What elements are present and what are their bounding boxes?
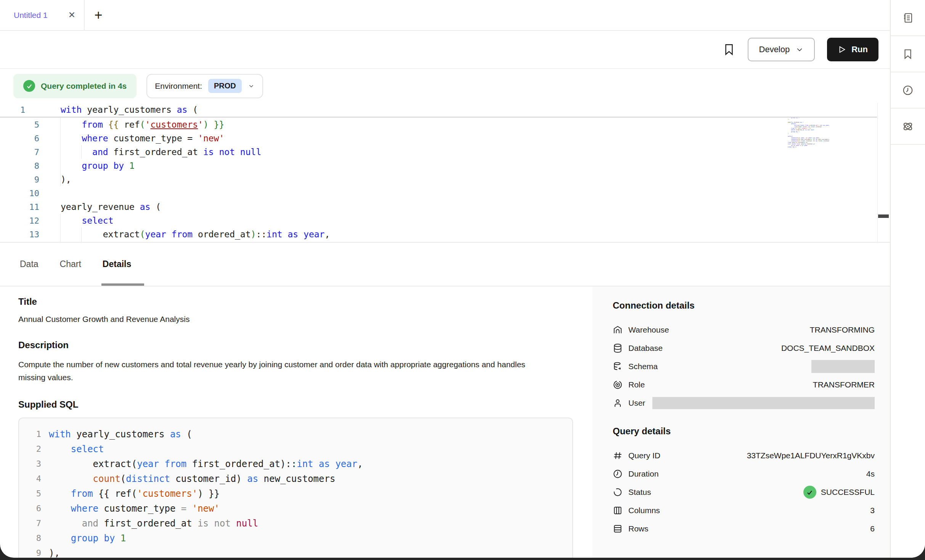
query-details-heading: Query details — [613, 426, 875, 437]
title-value: Annual Customer Growth and Revenue Analy… — [18, 315, 573, 324]
tab-title: Untitled 1 — [14, 11, 48, 20]
columns-label: Columns — [628, 506, 660, 515]
columns-row: Columns 3 — [613, 501, 875, 520]
results-tab-bar: Data Chart Details — [0, 242, 890, 286]
query-id-value: 33TZseWpe1ALFDUYerxR1gVKxbv — [747, 451, 875, 460]
database-value: DOCS_TEAM_SANDBOX — [781, 344, 875, 353]
rows-row: Rows 6 — [613, 520, 875, 538]
warehouse-row: Warehouse TRANSFORMING — [613, 321, 875, 339]
editor-scrollbar-thumb[interactable] — [878, 214, 889, 218]
status-value: SUCCESSFUL — [821, 488, 875, 497]
tab-chart[interactable]: Chart — [60, 259, 81, 269]
user-icon — [613, 398, 623, 408]
environment-label: Environment: — [155, 82, 202, 91]
warehouse-icon — [613, 325, 623, 335]
query-completed-badge: Query completed in 4s — [13, 74, 137, 98]
status-row-detail: Status SUCCESSFUL — [613, 483, 875, 501]
editor-sticky-line: 1with yearly_customers as ( — [0, 103, 877, 118]
database-label: Database — [628, 344, 663, 353]
close-tab-icon[interactable]: ✕ — [68, 10, 75, 20]
user-row: User — [613, 394, 875, 412]
schema-value-redacted — [811, 360, 875, 373]
spinner-icon — [613, 487, 623, 497]
run-label: Run — [851, 45, 868, 54]
connection-query-panel: Connection details Warehouse TRANSFORMIN… — [592, 286, 890, 558]
bookmark-button[interactable] — [723, 43, 736, 56]
app-window: Untitled 1 ✕ + Develop Run — [0, 0, 925, 558]
status-row: Query completed in 4s Environment: PROD — [0, 69, 890, 103]
status-value-wrap: SUCCESSFUL — [803, 486, 875, 499]
environment-value-chip: PROD — [208, 79, 242, 93]
clock-icon — [613, 469, 623, 479]
ai-sparkle-icon — [902, 120, 914, 133]
notebook-panel-button[interactable] — [891, 0, 925, 36]
success-check-icon — [23, 80, 35, 92]
schema-icon — [613, 362, 623, 371]
develop-dropdown[interactable]: Develop — [748, 38, 815, 61]
details-panel: Title Annual Customer Growth and Revenue… — [18, 296, 573, 558]
role-row: Role TRANSFORMER — [613, 376, 875, 394]
editor-tab-bar: Untitled 1 ✕ + — [0, 0, 890, 31]
database-icon — [613, 343, 623, 353]
editor-scrollbar-track — [877, 103, 878, 242]
role-icon — [613, 380, 623, 390]
role-label: Role — [628, 380, 645, 389]
schema-row: Schema — [613, 357, 875, 376]
run-button[interactable]: Run — [827, 38, 878, 61]
tab-untitled-1[interactable]: Untitled 1 ✕ — [0, 0, 85, 30]
clock-icon — [902, 85, 914, 96]
user-label: User — [628, 398, 645, 408]
environment-selector[interactable]: Environment: PROD — [146, 74, 263, 98]
hash-icon — [613, 451, 623, 461]
database-row: Database DOCS_TEAM_SANDBOX — [613, 339, 875, 357]
duration-label: Duration — [628, 469, 658, 478]
status-label: Status — [628, 488, 651, 497]
chevron-down-icon — [796, 46, 803, 53]
bookmark-icon — [902, 48, 914, 60]
bookmark-icon — [723, 43, 736, 56]
develop-label: Develop — [759, 45, 790, 54]
query-completed-text: Query completed in 4s — [41, 82, 127, 91]
play-icon — [838, 45, 846, 54]
duration-row: Duration 4s — [613, 465, 875, 483]
supplied-sql-block: 1with yearly_customers as (2 select3 ext… — [18, 418, 573, 558]
role-value: TRANSFORMER — [813, 380, 875, 389]
rows-label: Rows — [628, 524, 649, 533]
columns-value: 3 — [870, 506, 875, 515]
rows-icon — [613, 524, 623, 534]
title-heading: Title — [18, 296, 573, 307]
description-heading: Description — [18, 340, 573, 350]
ai-assist-panel-button[interactable] — [891, 109, 925, 145]
bookmarks-panel-button[interactable] — [891, 36, 925, 72]
connection-details-heading: Connection details — [613, 300, 875, 311]
query-id-label: Query ID — [628, 451, 660, 460]
new-tab-button[interactable]: + — [85, 0, 112, 30]
history-panel-button[interactable] — [891, 72, 925, 109]
columns-icon — [613, 506, 623, 515]
description-value: Compute the number of new customers and … — [18, 358, 525, 384]
sql-editor[interactable]: 5 from {{ ref('customers') }}6 where cus… — [0, 103, 890, 242]
editor-code-lines: 5 from {{ ref('customers') }}6 where cus… — [0, 118, 890, 241]
query-id-row: Query ID 33TZseWpe1ALFDUYerxR1gVKxbv — [613, 446, 875, 465]
tab-details[interactable]: Details — [103, 259, 131, 269]
chevron-down-icon — [248, 83, 255, 90]
duration-value: 4s — [866, 469, 875, 478]
supplied-sql-heading: Supplied SQL — [18, 399, 573, 410]
tab-data[interactable]: Data — [20, 259, 39, 269]
success-check-icon — [803, 486, 816, 499]
schema-label: Schema — [628, 362, 658, 371]
toolbar: Develop Run — [0, 31, 890, 69]
warehouse-label: Warehouse — [628, 325, 669, 334]
active-tab-indicator — [101, 283, 144, 286]
warehouse-value: TRANSFORMING — [810, 325, 875, 334]
rows-value: 6 — [870, 524, 875, 533]
user-value-redacted — [652, 397, 875, 409]
notebook-icon — [902, 12, 914, 24]
right-icon-sidebar — [890, 0, 925, 558]
